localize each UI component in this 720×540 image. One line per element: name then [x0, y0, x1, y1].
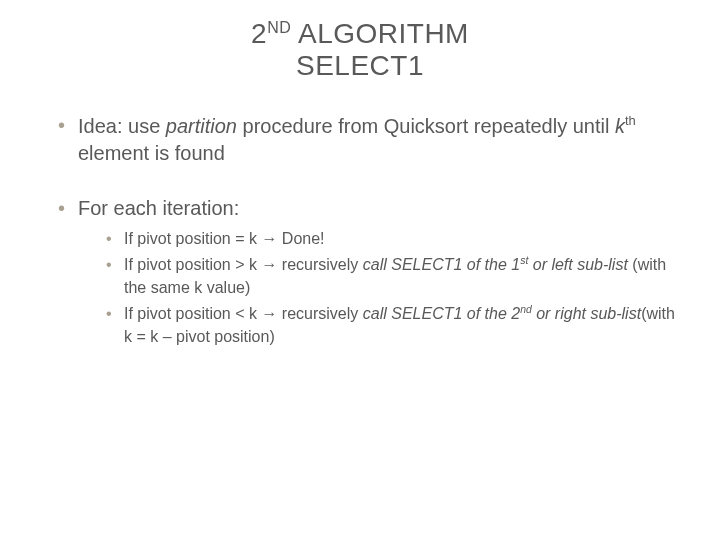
text: Done!: [277, 230, 324, 247]
text-sup: th: [625, 113, 636, 128]
text-sup: nd: [520, 304, 532, 315]
title-prefix: 2: [251, 18, 267, 49]
text-italic: or left sub-list: [528, 256, 628, 273]
text-italic: k: [615, 115, 625, 137]
sub-bullet-greater: If pivot position > k → recursively call…: [106, 254, 680, 299]
text-italic: or right sub-list: [532, 305, 641, 322]
text: recursively: [277, 305, 362, 322]
text-italic: call SELECT1 of the 1: [363, 256, 520, 273]
text: If pivot position < k: [124, 305, 261, 322]
text-italic: partition: [166, 115, 237, 137]
text: If pivot position > k: [124, 256, 261, 273]
arrow-icon: →: [261, 305, 277, 322]
text: recursively: [277, 256, 362, 273]
sub-bullet-equal: If pivot position = k → Done!: [106, 228, 680, 250]
text: procedure from Quicksort repeatedly unti…: [237, 115, 615, 137]
text: Idea: use: [78, 115, 166, 137]
text-italic: call SELECT1 of the 2: [363, 305, 520, 322]
title-ordinal: ND: [267, 19, 291, 36]
arrow-icon: →: [261, 230, 277, 247]
bullet-idea: Idea: use partition procedure from Quick…: [58, 112, 680, 167]
slide-content: Idea: use partition procedure from Quick…: [0, 92, 720, 348]
title-line-1: 2ND ALGORITHM: [0, 18, 720, 50]
text: If pivot position = k: [124, 230, 261, 247]
text: For each iteration:: [78, 197, 239, 219]
slide-title: 2ND ALGORITHM SELECT1: [0, 0, 720, 92]
title-line-2: SELECT1: [0, 50, 720, 82]
bullet-list: Idea: use partition procedure from Quick…: [40, 112, 680, 348]
sub-bullet-list: If pivot position = k → Done! If pivot p…: [78, 228, 680, 349]
bullet-iteration: For each iteration: If pivot position = …: [58, 195, 680, 349]
text: element is found: [78, 142, 225, 164]
sub-bullet-less: If pivot position < k → recursively call…: [106, 303, 680, 348]
arrow-icon: →: [261, 256, 277, 273]
title-word: ALGORITHM: [291, 18, 469, 49]
